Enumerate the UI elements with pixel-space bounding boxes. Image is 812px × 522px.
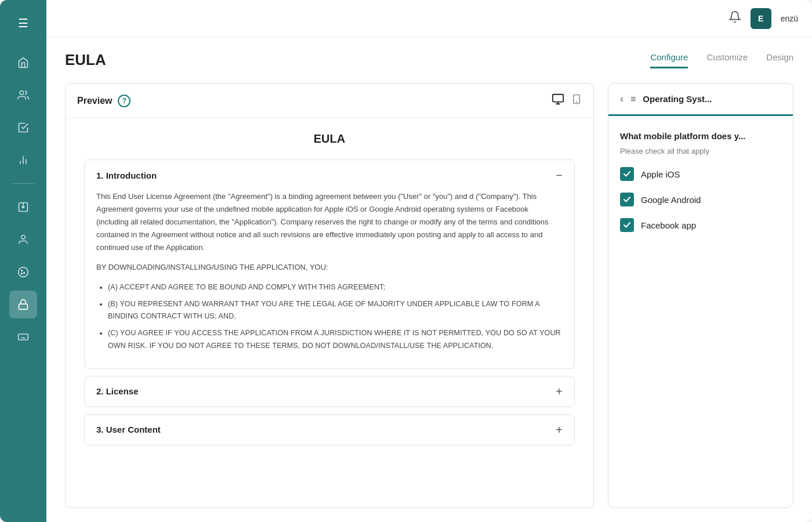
tab-design[interactable]: Design bbox=[766, 52, 793, 68]
sidebar-divider-1 bbox=[12, 183, 35, 184]
intro-paragraph: This End User License Agreement (the "Ag… bbox=[96, 190, 563, 254]
checkbox-label-android: Google Android bbox=[641, 195, 701, 205]
checkbox-label-apple: Apple iOS bbox=[641, 169, 680, 179]
main-content: E enzü EULA Configure Customize Design P… bbox=[46, 0, 812, 522]
page-header: EULA Configure Customize Design bbox=[46, 37, 812, 69]
content-area: Preview ? bbox=[46, 69, 812, 522]
by-line: BY DOWNLOADING/INSTALLING/USING THE APPL… bbox=[96, 261, 563, 274]
panel-menu-icon[interactable]: ≡ bbox=[630, 94, 636, 104]
intro-list: (A) ACCEPT AND AGREE TO BE BOUND AND COM… bbox=[96, 281, 563, 352]
preview-title-row: Preview ? bbox=[77, 95, 130, 107]
svg-point-9 bbox=[24, 273, 25, 274]
username-label: enzü bbox=[781, 14, 798, 23]
bell-icon[interactable] bbox=[728, 10, 741, 27]
sidebar-item-analytics[interactable] bbox=[9, 146, 37, 174]
preview-header: Preview ? bbox=[66, 84, 593, 118]
checkbox-box-android[interactable] bbox=[620, 193, 634, 206]
accordion-toggle-1[interactable]: − bbox=[556, 169, 563, 181]
accordion-title-3: 3. User Content bbox=[96, 425, 161, 434]
checkbox-box-facebook[interactable] bbox=[620, 218, 634, 232]
sidebar: ☰ bbox=[0, 0, 46, 522]
preview-panel: Preview ? bbox=[65, 83, 594, 508]
checkbox-google-android[interactable]: Google Android bbox=[620, 193, 781, 206]
accordion-body-1: This End User License Agreement (the "Ag… bbox=[85, 190, 574, 368]
preview-help-icon[interactable]: ? bbox=[118, 95, 130, 107]
accordion-header-2[interactable]: 2. License + bbox=[85, 376, 574, 407]
accordion-section-2: 2. License + bbox=[84, 376, 575, 407]
preview-device-icons bbox=[552, 93, 582, 108]
accordion-title-1: 1. Introduction bbox=[96, 171, 157, 180]
svg-rect-12 bbox=[19, 334, 28, 340]
sidebar-item-users[interactable] bbox=[9, 81, 37, 109]
right-panel-header: ‹ ≡ Operating Syst... bbox=[608, 84, 793, 116]
right-panel: ‹ ≡ Operating Syst... What mobile platfo… bbox=[608, 83, 793, 508]
preview-doc-title: EULA bbox=[84, 132, 575, 146]
svg-point-6 bbox=[21, 235, 26, 240]
checkbox-apple-ios[interactable]: Apple iOS bbox=[620, 167, 781, 181]
sidebar-item-forms[interactable] bbox=[9, 193, 37, 221]
sidebar-item-keyboard[interactable] bbox=[9, 323, 37, 351]
preview-label: Preview bbox=[77, 96, 112, 106]
accordion-title-2: 2. License bbox=[96, 386, 139, 396]
user-avatar[interactable]: E bbox=[751, 8, 771, 29]
right-panel-subtext: Please check all that apply bbox=[620, 147, 781, 155]
svg-rect-11 bbox=[19, 304, 28, 309]
right-panel-body: What mobile platform does y... Please ch… bbox=[608, 116, 793, 507]
right-panel-title: Operating Syst... bbox=[643, 94, 712, 104]
sidebar-hamburger[interactable]: ☰ bbox=[11, 9, 35, 37]
checkbox-facebook-app[interactable]: Facebook app bbox=[620, 218, 781, 232]
sidebar-item-lock[interactable] bbox=[9, 291, 37, 318]
svg-point-7 bbox=[19, 267, 28, 277]
list-item-a: (A) ACCEPT AND AGREE TO BE BOUND AND COM… bbox=[108, 281, 563, 293]
right-panel-question: What mobile platform does y... bbox=[620, 130, 781, 142]
sidebar-item-home[interactable] bbox=[9, 49, 37, 77]
sidebar-item-cookies[interactable] bbox=[9, 258, 37, 286]
topbar: E enzü bbox=[46, 0, 812, 37]
sidebar-item-profile[interactable] bbox=[9, 226, 37, 253]
svg-point-8 bbox=[21, 270, 23, 271]
list-item-c: (C) YOU AGREE IF YOU ACCESS THE APPLICAT… bbox=[108, 327, 563, 352]
svg-rect-18 bbox=[553, 95, 563, 102]
checkbox-box-apple[interactable] bbox=[620, 167, 634, 181]
accordion-toggle-3[interactable]: + bbox=[556, 424, 563, 436]
mobile-icon[interactable] bbox=[571, 93, 582, 108]
accordion-section-3: 3. User Content + bbox=[84, 414, 575, 445]
tab-configure[interactable]: Configure bbox=[650, 52, 688, 68]
accordion-toggle-2[interactable]: + bbox=[556, 386, 563, 397]
preview-content: EULA 1. Introduction − This End User Lic… bbox=[66, 118, 593, 507]
accordion-header-3[interactable]: 3. User Content + bbox=[85, 415, 574, 445]
checkbox-label-facebook: Facebook app bbox=[641, 220, 696, 230]
svg-point-0 bbox=[20, 91, 24, 95]
back-arrow-icon[interactable]: ‹ bbox=[620, 93, 624, 105]
page-title: EULA bbox=[65, 51, 106, 69]
desktop-icon[interactable] bbox=[552, 93, 564, 108]
list-item-b: (B) YOU REPRESENT AND WARRANT THAT YOU A… bbox=[108, 298, 563, 323]
tab-customize[interactable]: Customize bbox=[706, 52, 748, 68]
accordion-header-1[interactable]: 1. Introduction − bbox=[85, 160, 574, 190]
svg-point-10 bbox=[21, 273, 23, 274]
page-tabs: Configure Customize Design bbox=[650, 52, 793, 68]
accordion-section-1: 1. Introduction − This End User License … bbox=[84, 160, 575, 369]
sidebar-item-tasks[interactable] bbox=[9, 114, 37, 142]
